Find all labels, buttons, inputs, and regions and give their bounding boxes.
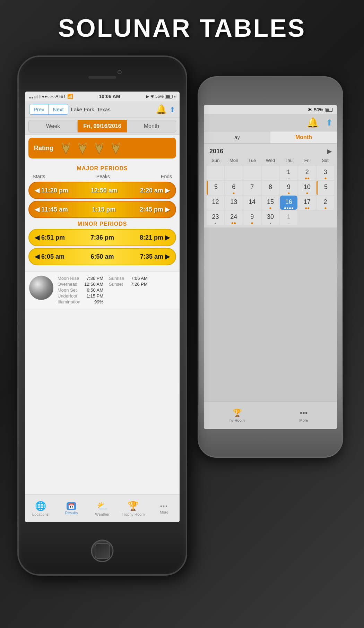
front-phone-screen: ●●○○○ AT&T 📶 10:06 AM ▶ ✱ 56% Prev Nex: [25, 92, 180, 522]
calendar-dow: Sun Mon Tue Wed Thu Fri Sat: [207, 156, 334, 164]
dow-mon: Mon: [225, 156, 243, 164]
bell-icon[interactable]: 🔔: [156, 104, 167, 115]
wifi-icon: 📶: [67, 94, 73, 99]
cal-day-12[interactable]: 12: [207, 196, 224, 210]
trophy-room-icon: 🏆: [128, 501, 139, 511]
underfoot-row: Underfoot 1:15 PM: [58, 293, 103, 299]
major-period-row-2: ◀ 11:45 am 1:15 pm 2:45 pm ▶: [28, 201, 176, 218]
major-periods-title: MAJOR PERIODS: [28, 165, 176, 172]
next-button[interactable]: Next: [49, 104, 68, 114]
calendar-month-row: 2016 ▶: [207, 146, 334, 156]
tab-more[interactable]: ••• More: [149, 503, 180, 514]
cal-day-13[interactable]: 13: [225, 196, 243, 210]
moon-set-value: 6:50 AM: [87, 287, 103, 293]
week-tab[interactable]: Week: [28, 120, 78, 132]
back-share-icon[interactable]: ⬆: [326, 118, 333, 128]
day-tab[interactable]: Fri, 09/16/2016: [78, 120, 127, 132]
moon-icon: [29, 276, 53, 300]
tab-results[interactable]: 📅 Results: [56, 502, 87, 515]
minor-row2-peak: 6:50 am: [90, 253, 114, 260]
locations-label: Locations: [32, 512, 49, 516]
cal-day-25[interactable]: 9: [243, 210, 261, 225]
calendar-next-arrow[interactable]: ▶: [327, 148, 331, 155]
cal-day-7[interactable]: 8: [262, 181, 279, 195]
major-row1-peak: 12:50 am: [91, 187, 118, 194]
moon-set-label: Moon Set: [58, 287, 77, 293]
tab-weather[interactable]: ⛅ Weather: [87, 501, 118, 516]
back-month-tab[interactable]: Month: [270, 131, 337, 143]
major-row1-end: 2:20 am ▶: [140, 187, 170, 194]
cal-day-3[interactable]: 3: [317, 166, 334, 180]
minor-period-row-1: ◀ 6:51 pm 7:36 pm 8:21 pm ▶: [28, 229, 176, 246]
back-day-tab[interactable]: ay: [204, 131, 270, 143]
sunrise-label: Sunrise: [109, 276, 124, 281]
cal-day-15[interactable]: 15: [262, 196, 279, 210]
moon-set-row: Moon Set 6:50 AM: [58, 287, 103, 293]
home-button[interactable]: [91, 540, 114, 562]
cal-day-20[interactable]: 24: [225, 210, 243, 225]
battery-icon: [165, 95, 173, 98]
month-tab[interactable]: Month: [127, 120, 176, 132]
major-period-row-1: ◀ 11:20 pm 12:50 am 2:20 am ▶: [28, 182, 176, 199]
back-bottom-tab-bar: 🏆 hy Room ••• More: [204, 401, 337, 429]
cal-day-30[interactable]: 30: [262, 210, 279, 225]
cal-empty: [225, 166, 243, 180]
cal-empty: [243, 166, 261, 180]
moon-rise-label: Moon Rise: [58, 276, 79, 281]
back-bell-icon[interactable]: 🔔: [307, 117, 319, 128]
cal-day-8[interactable]: 9: [280, 181, 297, 195]
phone-front: ●●○○○ AT&T 📶 10:06 AM ▶ ✱ 56% Prev Nex: [17, 55, 187, 576]
cal-day-14[interactable]: 14: [243, 196, 261, 210]
status-time: 10:06 AM: [99, 94, 120, 99]
tab-trophy-room[interactable]: 🏆 Trophy Room: [118, 501, 149, 516]
status-right: ▶ ✱ 56%: [146, 94, 175, 99]
status-left: ●●○○○ AT&T 📶: [29, 94, 73, 99]
illumination-row: Illumination 99%: [58, 299, 103, 304]
view-tabs: Week Fri, 09/16/2016 Month: [25, 118, 180, 135]
cal-day-next-1[interactable]: 1: [280, 210, 297, 225]
cal-day-9[interactable]: 10: [298, 181, 316, 195]
illumination-label: Illumination: [58, 299, 80, 304]
back-tab-trophy-room[interactable]: 🏆 hy Room: [204, 408, 270, 422]
share-icon[interactable]: ⬆: [170, 105, 175, 114]
cal-day-16-today[interactable]: 16: [280, 196, 297, 210]
major-row2-peak: 1:15 pm: [92, 206, 116, 213]
prev-button[interactable]: Prev: [29, 104, 49, 114]
cal-day-2[interactable]: 2: [298, 166, 316, 180]
back-tab-more[interactable]: ••• More: [270, 408, 337, 422]
gps-icon: ▶: [146, 94, 149, 99]
cal-day-4[interactable]: 5: [207, 181, 224, 195]
cal-empty: [262, 166, 279, 180]
cal-day-11[interactable]: 5: [317, 181, 334, 195]
weather-icon: ⛅: [97, 501, 108, 511]
antler-icon-2: [76, 141, 89, 155]
cal-day-17[interactable]: 17: [298, 196, 316, 210]
cal-day-18[interactable]: 2: [317, 196, 334, 210]
minor-row1-end: 8:21 pm ▶: [140, 234, 170, 241]
back-more-icon: •••: [300, 408, 307, 418]
dow-sat: Sat: [316, 156, 334, 164]
speaker: [88, 76, 116, 79]
rating-row: Rating: [28, 138, 176, 158]
major-row1-start: ◀ 11:20 pm: [35, 187, 68, 194]
cal-day-6[interactable]: 7: [243, 181, 261, 195]
antler-group: [59, 141, 123, 155]
periods-section: MAJOR PERIODS Starts Peaks Ends ◀ 11:20 …: [25, 161, 180, 268]
antler-icon-1: [59, 141, 73, 155]
back-more-label: More: [299, 418, 308, 422]
moon-sun-data: Moon Rise 7:36 PM Overhead 12:50 AM Moon…: [58, 276, 175, 304]
rating-label: Rating: [34, 145, 53, 152]
moon-rise-value: 7:36 PM: [87, 276, 103, 281]
sunset-label: Sunset: [109, 282, 123, 287]
cal-day-5[interactable]: 6: [225, 181, 243, 195]
prev-next-group: Prev Next: [29, 104, 68, 115]
dow-fri: Fri: [298, 156, 316, 164]
location-label: Lake Fork, Texas: [71, 106, 153, 112]
back-bluetooth-icon: ✱: [308, 107, 312, 112]
back-phone-screen: ✱ 50% 🔔 ⬆ ay Month 2016 ▶: [204, 105, 337, 429]
more-label: More: [160, 510, 168, 514]
tab-locations[interactable]: 🌐 Locations: [25, 501, 56, 516]
sunset-row: Sunset 7:26 PM: [109, 282, 148, 287]
cal-day-1[interactable]: 1: [280, 166, 297, 180]
cal-day-19[interactable]: 23: [207, 210, 224, 225]
